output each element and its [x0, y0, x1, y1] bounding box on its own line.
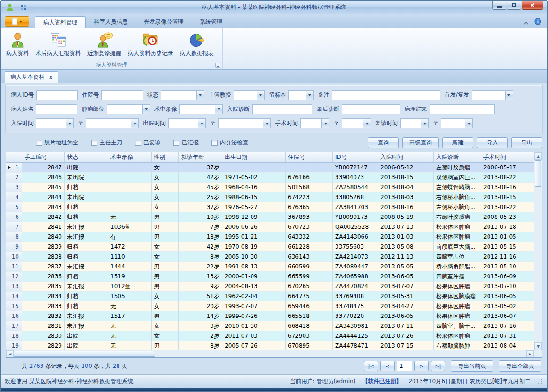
column-header[interactable]: 手工编号: [22, 152, 65, 162]
combo-dropdown-button[interactable]: [257, 91, 264, 100]
table-row[interactable]: 62842归档无男10岁1998-12-09367893YB0099173200…: [6, 212, 534, 222]
filter-combo[interactable]: [179, 104, 223, 114]
filter-input[interactable]: [36, 90, 78, 100]
export-current-page-button[interactable]: 导出当前页: [451, 360, 493, 372]
filter-combo[interactable]: [300, 118, 329, 128]
combo-dropdown-button[interactable]: [363, 119, 371, 128]
filter-input[interactable]: [36, 104, 77, 114]
application-menu-button[interactable]: [5, 16, 29, 27]
filter-combo[interactable]: [168, 118, 206, 128]
column-header[interactable]: 性别: [152, 152, 179, 162]
prev-page-button[interactable]: <: [380, 361, 395, 371]
ribbon-button[interactable]: 病人资料: [3, 29, 32, 61]
vertical-scroll-track[interactable]: [534, 187, 542, 342]
column-header[interactable]: 手术时间: [481, 152, 534, 162]
column-header[interactable]: 就诊年龄: [179, 152, 222, 162]
last-page-button[interactable]: >|: [431, 361, 445, 371]
column-header[interactable]: 出生日期: [222, 152, 286, 162]
vertical-scroll-thumb[interactable]: [535, 160, 541, 187]
scroll-up-button[interactable]: ▲: [534, 152, 542, 160]
ribbon-button[interactable]: 近期复诊提醒: [84, 29, 125, 61]
filter-checkbox[interactable]: 已汇报: [173, 139, 199, 147]
scroll-left-button[interactable]: ◄: [6, 350, 14, 357]
filter-checkbox[interactable]: 胶片地址为空: [36, 139, 78, 147]
table-row[interactable]: 32845归档女45岁1968-04-16501568ZA25805442013…: [6, 183, 534, 192]
action-button[interactable]: 新建: [442, 137, 473, 148]
filter-combo[interactable]: [234, 90, 265, 100]
table-row[interactable]: 112837未汇报1444男22岁1991-08-13660599ZA40894…: [6, 262, 534, 272]
combo-dropdown-button[interactable]: [421, 119, 428, 128]
filter-combo[interactable]: [218, 118, 271, 128]
filter-combo[interactable]: [86, 118, 139, 128]
combo-dropdown-button[interactable]: [198, 119, 205, 128]
next-page-button[interactable]: >: [414, 361, 429, 371]
combo-dropdown-button[interactable]: [321, 119, 329, 128]
minimize-button[interactable]: [492, 1, 506, 10]
filter-combo[interactable]: [288, 90, 314, 100]
filter-input[interactable]: [332, 90, 440, 100]
column-header[interactable]: 状态: [65, 152, 108, 162]
table-row[interactable]: 192829出院无男8岁2005-07-26670895ZA4478471201…: [6, 341, 534, 350]
column-header[interactable]: 入院时间: [378, 152, 434, 162]
filter-input[interactable]: [101, 90, 143, 100]
combo-dropdown-button[interactable]: [263, 119, 270, 128]
ribbon-tab[interactable]: 系统管理: [192, 16, 230, 28]
collapse-ribbon-icon[interactable]: [523, 20, 529, 23]
ribbon-tab[interactable]: 病人资料管理: [35, 16, 86, 28]
filter-input[interactable]: [342, 104, 400, 114]
horizontal-scrollbar[interactable]: ◄ ►: [6, 350, 534, 357]
combo-dropdown-button[interactable]: [505, 91, 513, 100]
checkbox-box-icon[interactable]: [36, 140, 42, 146]
combo-dropdown-button[interactable]: [196, 91, 204, 100]
ribbon-button[interactable]: 病人数据报表: [177, 29, 217, 61]
combo-dropdown-button[interactable]: [142, 105, 150, 114]
ribbon-button[interactable]: 病人资料历史记录: [125, 29, 177, 61]
vertical-scrollbar[interactable]: ▲ ▼: [534, 152, 542, 357]
column-header[interactable]: 术中录像: [108, 152, 152, 162]
action-button[interactable]: 查询: [368, 137, 399, 148]
column-header[interactable]: 入院诊断: [434, 152, 481, 162]
filter-combo[interactable]: [472, 90, 513, 100]
combo-dropdown-button[interactable]: [465, 119, 472, 128]
export-all-pages-button[interactable]: 导出全部页: [499, 360, 541, 372]
checkbox-box-icon[interactable]: [91, 140, 97, 146]
table-row[interactable]: 82840未汇报有男18岁1995-01-21643332ZA414306620…: [6, 232, 534, 242]
combo-dropdown-button[interactable]: [66, 119, 73, 128]
filter-checkbox[interactable]: 已复诊: [135, 139, 160, 147]
filter-combo[interactable]: [161, 90, 204, 100]
first-page-button[interactable]: |<: [364, 361, 378, 371]
filter-input[interactable]: [252, 104, 312, 114]
column-header[interactable]: ID号: [333, 152, 378, 162]
filter-combo[interactable]: [441, 118, 473, 128]
table-row[interactable]: 152833归档无女20岁1993-07-0765944633748475201…: [6, 301, 534, 311]
table-row[interactable]: 92839归档1472女42岁1970-08-19661228337556032…: [6, 242, 534, 252]
table-row[interactable]: 122836归档1519男13岁2000-01-09665599ZA406598…: [6, 272, 534, 282]
table-row[interactable]: 42844未出院女25岁1988-06-15674223338052682013…: [6, 192, 534, 202]
document-tab-active[interactable]: 病人基本资料 x: [5, 71, 58, 83]
table-row[interactable]: 52843归档女37岁1976-05-27676365ZA38417032013…: [6, 202, 534, 212]
resize-grip-icon[interactable]: [537, 378, 543, 384]
table-row[interactable]: 12847出院女37岁YB00721472006-05-12左额叶胶质瘤2006…: [6, 163, 534, 173]
current-page-input[interactable]: [397, 361, 412, 371]
horizontal-scroll-thumb[interactable]: [14, 351, 155, 357]
ribbon-tab[interactable]: 光盘录像带管理: [136, 16, 192, 28]
column-header[interactable]: 住院号: [286, 152, 333, 162]
table-row[interactable]: 102838归档1110女8岁2005-10-30636143ZA4214073…: [6, 252, 534, 262]
filter-combo[interactable]: [107, 104, 150, 114]
checkbox-box-icon[interactable]: [135, 140, 141, 146]
table-row[interactable]: 162832未汇报1517男14岁1999-07-266655183377022…: [6, 311, 534, 321]
checkbox-box-icon[interactable]: [173, 140, 179, 146]
scroll-down-button[interactable]: ▼: [534, 342, 542, 350]
combo-dropdown-button[interactable]: [306, 91, 313, 100]
group-dialog-launcher-icon[interactable]: [215, 63, 220, 68]
action-button[interactable]: 导入: [477, 137, 508, 148]
combo-dropdown-button[interactable]: [131, 119, 138, 128]
checkbox-box-icon[interactable]: [211, 140, 218, 146]
filter-input[interactable]: [430, 104, 495, 114]
filter-checkbox[interactable]: 主任主刀: [91, 139, 122, 147]
help-info-icon[interactable]: [534, 18, 541, 25]
close-tab-icon[interactable]: x: [49, 75, 52, 80]
table-row[interactable]: 142834归档1505女51岁1962-02-0466477533769408…: [6, 292, 534, 301]
table-row[interactable]: 172831未汇报无女3岁2010-01-30668418ZA343098120…: [6, 321, 534, 331]
filter-combo[interactable]: [342, 118, 371, 128]
